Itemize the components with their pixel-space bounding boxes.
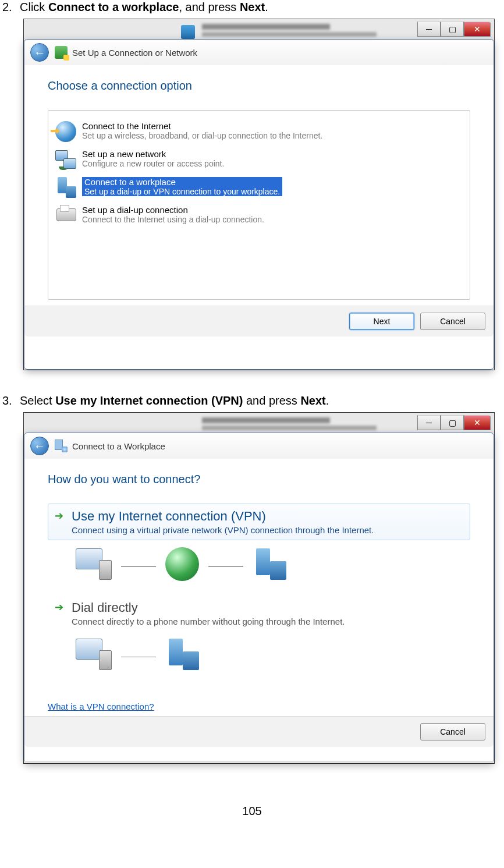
wizard-dialog-1: ← Set Up a Connection or Network Choose … (24, 39, 494, 370)
window-controls: ─ ▢ ✕ (417, 22, 491, 37)
back-button[interactable]: ← (30, 43, 49, 62)
network-wizard-icon (55, 46, 68, 59)
back-button[interactable]: ← (30, 437, 49, 455)
fax-icon (55, 205, 76, 226)
option-setup-network[interactable]: Set up a new network Configure a new rou… (53, 146, 465, 173)
window-controls: ─ ▢ ✕ (417, 415, 491, 430)
option-dialup[interactable]: Set up a dial-up connection Connect to t… (53, 201, 465, 229)
option-connect-internet[interactable]: Connect to the Internet Set up a wireles… (53, 118, 465, 146)
cancel-button[interactable]: Cancel (420, 313, 485, 330)
connector-line (121, 657, 156, 657)
dialog-body: How do you want to connect? ➔ Use my Int… (24, 459, 494, 716)
screenshot-1: ─ ▢ ✕ ← Set Up a Connection or Network C… (23, 19, 495, 370)
computer-icon (76, 639, 112, 670)
dialog-heading: Choose a connection option (48, 79, 470, 93)
bg-app-icon (181, 25, 195, 39)
monitors-icon (55, 149, 76, 170)
dial-diagram (48, 632, 470, 684)
step-2-text: 2.Click Connect to a workplace, and pres… (0, 0, 504, 14)
connector-line (121, 566, 156, 567)
building-icon (253, 548, 286, 580)
option-dial-directly[interactable]: ➔ Dial directly Connect directly to a ph… (48, 595, 470, 632)
next-button[interactable]: Next (349, 313, 414, 330)
options-list: Connect to the Internet Set up a wireles… (48, 110, 470, 300)
maximize-button[interactable]: ▢ (441, 415, 464, 430)
dialog-footer: Next Cancel (24, 306, 494, 336)
cancel-button[interactable]: Cancel (420, 723, 485, 741)
step-num: 2. (2, 0, 20, 14)
screenshot-2: ─ ▢ ✕ ← Connect to a Workplace How do yo… (23, 412, 495, 764)
step-3-text: 3.Select Use my Internet connection (VPN… (0, 394, 504, 408)
close-button[interactable]: ✕ (464, 22, 491, 37)
dialog-heading: How do you want to connect? (48, 473, 470, 486)
dialog-title: Set Up a Connection or Network (72, 48, 197, 58)
globe-icon (55, 121, 76, 142)
step-num: 3. (2, 394, 20, 408)
globe-icon (165, 547, 199, 581)
arrow-icon: ➔ (53, 510, 65, 522)
dialog-header: ← Set Up a Connection or Network (24, 40, 494, 65)
dialog-title: Connect to a Workplace (72, 441, 165, 451)
arrow-icon: ➔ (53, 601, 65, 613)
page-number: 105 (0, 805, 504, 818)
building-icon (165, 639, 199, 670)
minimize-button[interactable]: ─ (417, 415, 441, 430)
help-link-vpn[interactable]: What is a VPN connection? (48, 702, 154, 711)
connector-line (208, 566, 243, 567)
wizard-dialog-2: ← Connect to a Workplace How do you want… (24, 433, 494, 763)
minimize-button[interactable]: ─ (417, 22, 441, 37)
option-use-vpn[interactable]: ➔ Use my Internet connection (VPN) Conne… (48, 504, 470, 540)
vpn-diagram (48, 540, 470, 595)
building-icon (55, 177, 76, 198)
option-connect-workplace[interactable]: Connect to a workplace Set up a dial-up … (53, 173, 465, 201)
dialog-footer: Cancel (24, 716, 494, 747)
workplace-icon (55, 440, 68, 452)
close-button[interactable]: ✕ (464, 415, 491, 430)
bottom-strip (24, 761, 494, 763)
computer-icon (76, 548, 112, 580)
dialog-header: ← Connect to a Workplace (24, 433, 494, 459)
maximize-button[interactable]: ▢ (441, 22, 464, 37)
dialog-body: Choose a connection option Connect to th… (24, 65, 494, 306)
